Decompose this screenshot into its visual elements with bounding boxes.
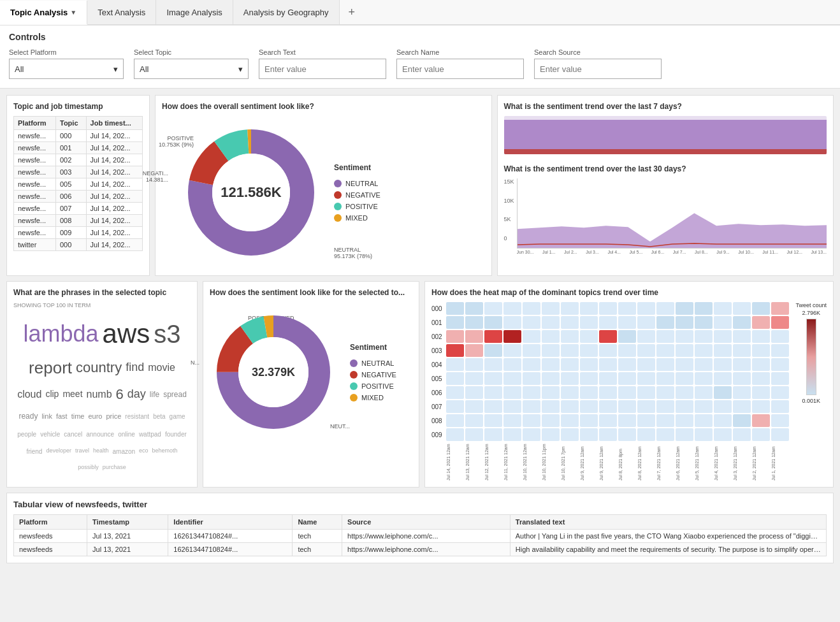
word-cloud-item: day: [127, 388, 146, 401]
add-tab-button[interactable]: +: [340, 0, 365, 24]
heatmap-cell: [676, 414, 693, 427]
heatmap-cell: [580, 372, 598, 385]
neutral-label: NEUTRAL95.173K (78%): [334, 247, 372, 259]
tab-topic-analysis[interactable]: Topic Analysis ▼: [0, 1, 87, 25]
heatmap-cell: [503, 316, 521, 329]
sel-neutral-dot: [350, 359, 358, 367]
bottom-table: Platform Timestamp Identifier Name Sourc…: [13, 514, 827, 556]
word-cloud-item: clip: [45, 389, 59, 399]
table-row[interactable]: twitter000Jul 14, 202...: [14, 239, 143, 251]
heatmap-cell: [676, 302, 693, 315]
heatmap-cell: [484, 372, 502, 385]
table-row[interactable]: newsfe...007Jul 14, 202...: [14, 203, 143, 215]
heatmap-cell: [580, 302, 598, 315]
heatmap-x-label: Jul 4, 2021 12am: [714, 442, 732, 481]
heatmap-cell: [676, 344, 693, 357]
heatmap-x-label: Jul 6, 2021 12am: [676, 442, 693, 481]
heatmap-cell: [523, 372, 540, 385]
table-row[interactable]: newsfe...008Jul 14, 202...: [14, 215, 143, 227]
table-row[interactable]: newsfeedsJul 13, 202116261344710824#...t…: [14, 530, 827, 543]
table-row[interactable]: newsfe...006Jul 14, 202...: [14, 191, 143, 203]
topic-select[interactable]: All ▾: [134, 59, 249, 79]
mixed-dot: [334, 214, 342, 222]
wordcloud-subtitle: SHOWING TOP 100 IN TERM: [13, 302, 191, 308]
table-row[interactable]: newsfe...009Jul 14, 202...: [14, 227, 143, 239]
heatmap-cell: [752, 386, 770, 399]
search-name-input[interactable]: [396, 59, 524, 79]
heatmap-x-label: Jul 2, 2021 12am: [752, 442, 770, 481]
col-platform-bt: Platform: [14, 515, 87, 530]
heatmap-cell: [542, 316, 560, 329]
x-jul1: Jul 1...: [542, 250, 556, 254]
heatmap-cell: [676, 386, 693, 399]
heatmap-row-labels: 000 001 002 003 004 005 006 007 008 009: [431, 302, 442, 481]
trend-30days: What is the sentiment trend over the las…: [504, 164, 827, 254]
heatmap-cell: [484, 344, 502, 357]
word-cloud-item: beta: [153, 413, 165, 420]
heatmap-cell: [465, 302, 483, 315]
overall-sentiment-panel: How does the overall sentiment look like…: [155, 95, 492, 276]
heatmap-cell: [656, 344, 674, 357]
heatmap-cell: [599, 428, 617, 441]
heatmap-cell: [637, 400, 655, 413]
row-label-009: 009: [431, 428, 442, 441]
heatmap-cell: [580, 400, 598, 413]
heatmap-cell: [752, 372, 770, 385]
x-jul8: Jul 8...: [695, 250, 708, 254]
search-source-input[interactable]: [534, 59, 662, 79]
selected-sentiment-title: How does the sentiment look like for the…: [210, 288, 412, 297]
search-text-group: Search Text: [259, 48, 386, 79]
heatmap-cell: [618, 386, 636, 399]
heatmap-cell: [599, 358, 617, 371]
controls-section: Controls Select Platform All ▾ Select To…: [0, 25, 840, 89]
table-row[interactable]: newsfeedsJul 13, 202116261344710824#...t…: [14, 543, 827, 556]
heatmap-cell: [771, 428, 789, 441]
heatmap-cell: [599, 344, 617, 357]
heatmap-cell: [637, 302, 655, 315]
selected-sentiment-legend: Sentiment NEUTRAL NEGATIVE POSITIVE: [350, 343, 396, 401]
tab-geography[interactable]: Analysis by Geography: [233, 0, 340, 24]
sel-neutral-text: NEUTRAL: [361, 359, 394, 367]
neutral-dot: [334, 180, 342, 187]
word-cloud-item: friend: [26, 448, 42, 455]
heatmap-cell: [503, 428, 521, 441]
heatmap-cell: [656, 358, 674, 371]
topic-table-panel: Topic and job timestamp Platform Topic J…: [6, 95, 150, 276]
table-row[interactable]: newsfe...001Jul 14, 202...: [14, 142, 143, 154]
heatmap-cell: [599, 302, 617, 315]
tab-image-analysis-label: Image Analysis: [166, 8, 222, 17]
platform-select[interactable]: All ▾: [9, 59, 124, 79]
y-label-5k: 5K: [504, 216, 514, 222]
heatmap-title: How does the heat map of the dominant to…: [431, 288, 827, 297]
table-row[interactable]: newsfe...000Jul 14, 202...: [14, 130, 143, 142]
x-jul9: Jul 9...: [716, 250, 730, 254]
word-cloud-item: time: [71, 412, 85, 420]
heatmap-cell: [484, 428, 502, 441]
heatmap-cell: [714, 358, 732, 371]
heatmap-row: [446, 316, 792, 329]
y-label-15k: 15K: [504, 178, 514, 185]
topic-value: All: [140, 64, 148, 74]
x-jul6: Jul 6...: [651, 250, 665, 254]
heatmap-cell: [733, 400, 751, 413]
heatmap-x-label: Jul 10, 2021 7pm: [561, 442, 579, 481]
heatmap-cell: [561, 344, 579, 357]
tab-text-analysis[interactable]: Text Analysis: [87, 0, 156, 24]
selected-legend-title: Sentiment: [350, 343, 396, 352]
table-row[interactable]: newsfe...002Jul 14, 202...: [14, 154, 143, 166]
word-cloud-item: numb: [87, 389, 112, 400]
heatmap-cell: [542, 386, 560, 399]
heatmap-cell: [618, 316, 636, 329]
trend-7days-title: What is the sentiment trend over the las…: [504, 102, 827, 111]
heatmap-cell: [523, 344, 540, 357]
search-text-input[interactable]: [259, 59, 386, 79]
heatmap-cell: [752, 330, 770, 343]
heatmap-cell: [752, 302, 770, 315]
word-cloud-item: link: [41, 412, 52, 420]
heatmap-cell: [733, 386, 751, 399]
neutral-label-text: NEUTRAL: [345, 180, 378, 187]
row-label-007: 007: [431, 400, 442, 413]
tab-image-analysis[interactable]: Image Analysis: [156, 0, 233, 24]
mixed-label-text: MIXED: [345, 214, 368, 222]
heatmap-cell: [561, 316, 579, 329]
